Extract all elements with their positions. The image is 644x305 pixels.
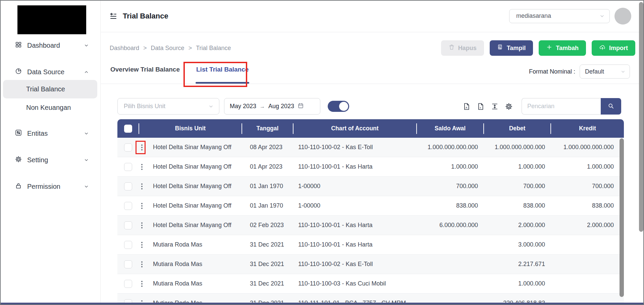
collapse-sidebar-icon[interactable] bbox=[109, 12, 117, 20]
tambah-button[interactable]: Tambah bbox=[539, 40, 586, 56]
row-checkbox[interactable] bbox=[124, 182, 132, 190]
hapus-button[interactable]: Hapus bbox=[441, 40, 484, 56]
sidebar: Dashboard Data Source Trial Balance Non … bbox=[0, 0, 101, 305]
column-header-chart-of-account[interactable]: Chart of Account bbox=[293, 125, 416, 132]
column-header-debet[interactable]: Debet bbox=[484, 125, 550, 132]
row-checkbox[interactable] bbox=[124, 280, 132, 288]
row-menu-kebab-icon[interactable] bbox=[139, 220, 145, 230]
sidebar-item-setting[interactable]: Setting bbox=[0, 152, 100, 168]
filter-row: Pilih Bisnis Unit May 2023 → Aug 2023 A … bbox=[117, 98, 624, 115]
sidebar-item-permission[interactable]: Permission bbox=[0, 179, 100, 194]
search-input[interactable] bbox=[522, 98, 601, 115]
page-vertical-scrollbar[interactable] bbox=[639, 2, 643, 232]
gear-icon bbox=[15, 156, 22, 165]
row-checkbox[interactable] bbox=[124, 260, 132, 268]
row-height-icon[interactable] bbox=[491, 102, 499, 111]
cell-bisnis-unit: Hotel Delta Sinar Mayang Off bbox=[150, 183, 241, 190]
topbar: Trial Balance mediasarana bbox=[101, 0, 644, 32]
bisnis-unit-select[interactable]: Pilih Bisnis Unit bbox=[117, 98, 219, 115]
chevron-down-icon bbox=[84, 131, 89, 136]
cloud-upload-icon bbox=[599, 44, 606, 52]
calendar-icon bbox=[298, 102, 304, 111]
excel-export-icon[interactable]: x bbox=[477, 102, 485, 111]
sidebar-item-non-keuangan[interactable]: Non Keuangan bbox=[0, 98, 100, 117]
sidebar-label: Non Keuangan bbox=[26, 104, 71, 111]
sidebar-label: Permission bbox=[27, 183, 60, 190]
sidebar-item-trial-balance[interactable]: Trial Balance bbox=[3, 80, 97, 98]
column-header-kredit[interactable]: Kredit bbox=[551, 125, 624, 132]
chevron-up-icon bbox=[84, 70, 89, 75]
sidebar-item-data-source[interactable]: Data Source bbox=[0, 64, 100, 80]
table-row: Hotel Delta Sinar Mayang Off01 Jan 19701… bbox=[117, 196, 624, 216]
cell-chart-of-account: 1-00000 bbox=[293, 202, 416, 209]
date-range-picker[interactable]: May 2023 → Aug 2023 bbox=[224, 98, 320, 115]
cell-kredit: 1.000.000 bbox=[550, 163, 624, 170]
format-nominal-select[interactable]: Default bbox=[580, 64, 630, 79]
breadcrumb-separator: > bbox=[143, 45, 147, 52]
tampil-button[interactable]: Tampil bbox=[490, 40, 533, 56]
tab-overview-trial-balance[interactable]: Overview Trial Balance bbox=[110, 64, 180, 84]
filter-toggle[interactable] bbox=[328, 101, 349, 112]
cell-tanggal: 31 Dec 2021 bbox=[241, 261, 293, 268]
cell-chart-of-account: 110-110-100-02 - Kas E-Toll bbox=[293, 261, 416, 268]
row-checkbox[interactable] bbox=[124, 241, 132, 249]
company-select[interactable]: mediasarana bbox=[509, 9, 610, 23]
breadcrumb-item[interactable]: Dashboard bbox=[110, 45, 139, 52]
column-header-bisnis-unit[interactable]: Bisnis Unit bbox=[139, 125, 241, 132]
cell-chart-of-account: 110-110-100-03 - Kas Cuci Mobil bbox=[293, 280, 416, 287]
cell-tanggal: 01 Apr 2023 bbox=[241, 163, 293, 170]
row-menu-kebab-icon[interactable] bbox=[139, 201, 145, 211]
row-checkbox[interactable] bbox=[124, 143, 132, 151]
import-button[interactable]: Import bbox=[592, 40, 635, 56]
chevron-down-icon bbox=[599, 13, 605, 19]
date-to: Aug 2023 bbox=[268, 103, 294, 110]
date-from: May 2023 bbox=[230, 103, 256, 110]
column-header-saldo-awal[interactable]: Saldo Awal bbox=[417, 125, 483, 132]
row-menu-kebab-icon[interactable] bbox=[139, 142, 145, 152]
row-menu-kebab-icon[interactable] bbox=[139, 279, 145, 289]
table-row: Mutiara Roda Mas31 Dec 2021110-110-100-0… bbox=[117, 235, 624, 255]
table-row: Hotel Delta Sinar Mayang Off02 Feb 20231… bbox=[117, 216, 624, 235]
sidebar-label: Setting bbox=[27, 156, 48, 164]
cell-bisnis-unit: Mutiara Roda Mas bbox=[150, 261, 241, 268]
pdf-export-icon[interactable]: A bbox=[463, 102, 471, 111]
row-menu-kebab-icon[interactable] bbox=[139, 259, 145, 269]
breadcrumb: Dashboard > Data Source > Trial Balance bbox=[110, 45, 231, 52]
table-body: Hotel Delta Sinar Mayang Off08 Apr 20231… bbox=[117, 138, 624, 305]
row-checkbox[interactable] bbox=[124, 221, 132, 229]
sidebar-label: Trial Balance bbox=[26, 85, 65, 93]
sliders-icon bbox=[15, 129, 22, 138]
row-menu-kebab-icon[interactable] bbox=[139, 240, 145, 250]
cell-tanggal: 31 Dec 2021 bbox=[241, 280, 293, 287]
search-button[interactable] bbox=[601, 98, 621, 115]
table-row: Mutiara Roda Mas31 Dec 2021110-110-100-0… bbox=[117, 274, 624, 294]
avatar[interactable] bbox=[614, 8, 631, 25]
column-settings-gear-icon[interactable] bbox=[505, 102, 513, 111]
sidebar-item-entitas[interactable]: Entitas bbox=[0, 126, 100, 141]
column-header-tanggal[interactable]: Tanggal bbox=[242, 125, 293, 132]
breadcrumb-row: Dashboard > Data Source > Trial Balance … bbox=[101, 32, 644, 64]
cell-debet: 1.000.000 bbox=[483, 280, 550, 287]
cell-bisnis-unit: Mutiara Roda Mas bbox=[150, 280, 241, 287]
table-row: Mutiara Roda Mas31 Dec 2021110-110-100-0… bbox=[117, 255, 624, 274]
cell-debet: 3.000.000 bbox=[483, 241, 550, 248]
row-checkbox[interactable] bbox=[124, 202, 132, 210]
cell-chart-of-account: 110-110-100-01 - Kas Harta bbox=[293, 241, 416, 248]
cell-bisnis-unit: Mutiara Roda Mas bbox=[150, 241, 241, 248]
breadcrumb-item[interactable]: Trial Balance bbox=[196, 45, 231, 52]
cell-tanggal: 01 Jan 1970 bbox=[241, 183, 293, 190]
select-all-checkbox[interactable] bbox=[124, 125, 132, 133]
breadcrumb-item[interactable]: Data Source bbox=[151, 45, 184, 52]
svg-text:x: x bbox=[480, 106, 481, 109]
row-checkbox[interactable] bbox=[124, 163, 132, 171]
cell-kredit: 1.000.000.000.000 bbox=[550, 144, 624, 151]
cell-tanggal: 31 Dec 2021 bbox=[241, 241, 293, 248]
tab-list-trial-balance[interactable]: List Trial Balance bbox=[196, 64, 249, 84]
cell-tanggal: 01 Jan 1970 bbox=[241, 202, 293, 209]
sidebar-item-dashboard[interactable]: Dashboard bbox=[0, 38, 100, 53]
table-vertical-scrollbar[interactable] bbox=[620, 138, 624, 297]
row-menu-kebab-icon[interactable] bbox=[139, 181, 145, 191]
search-icon bbox=[607, 102, 614, 111]
row-menu-kebab-icon[interactable] bbox=[139, 162, 145, 172]
lock-icon bbox=[15, 182, 22, 191]
